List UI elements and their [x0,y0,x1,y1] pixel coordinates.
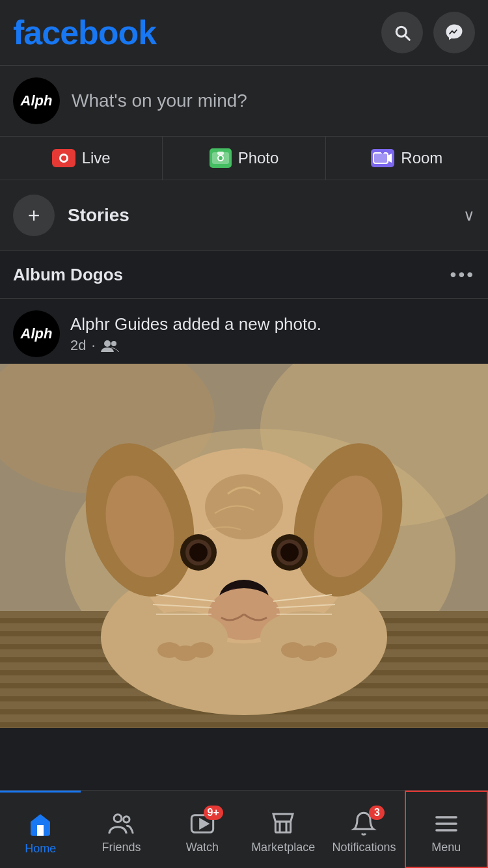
post-author-name: Alphr Guides added a new photo. [70,314,321,334]
svg-point-42 [280,543,299,562]
home-icon [27,812,53,838]
svg-point-41 [189,543,208,562]
nav-watch[interactable]: 9+ Watch [162,791,243,868]
marketplace-icon-wrapper [269,809,297,838]
photo-button[interactable]: Photo [163,137,325,180]
notifications-badge: 3 [369,806,385,820]
nav-friends[interactable]: Friends [81,791,161,868]
watch-icon-wrapper: 9+ [188,809,217,838]
live-button[interactable]: Live [0,137,163,180]
friends-nav-icon-wrapper [107,809,135,838]
live-icon [52,149,75,167]
stories-section[interactable]: + Stories ∨ [0,180,488,251]
post-action-text: added a new photo. [168,314,321,334]
svg-point-2 [61,156,66,161]
stories-left: + Stories [13,195,129,236]
svg-rect-64 [275,822,290,833]
watch-label: Watch [186,841,219,854]
notifications-icon-wrapper: 3 [349,809,378,838]
add-story-button[interactable]: + [13,195,55,236]
facebook-logo: facebook [13,16,156,49]
friends-icon [101,339,119,352]
status-bar[interactable]: Alph What's on your mind? [0,66,488,137]
album-title: Album Dogos [13,265,123,285]
header-icons [381,12,475,53]
post-image [0,364,488,728]
live-label: Live [82,149,111,167]
room-button[interactable]: Room [326,137,488,180]
more-options-button[interactable]: ••• [450,264,475,285]
svg-point-12 [104,340,111,347]
bottom-nav: Home Friends 9+ Watch [0,790,488,868]
svg-point-13 [111,341,116,346]
svg-point-6 [219,156,223,160]
post-time: 2d [70,337,86,354]
photo-label: Photo [238,149,279,167]
notifications-label: Notifications [332,841,396,854]
album-section: Album Dogos ••• [0,251,488,299]
svg-point-50 [190,642,213,658]
svg-point-60 [115,815,122,822]
avatar-text: Alph [21,92,53,109]
svg-rect-7 [217,152,224,155]
chevron-down-icon: ∨ [463,206,475,224]
post-avatar-text: Alph [21,325,53,342]
nav-notifications[interactable]: 3 Notifications [323,791,404,868]
app-header: facebook [0,0,488,66]
post-author-avatar: Alph [13,310,60,357]
friends-label: Friends [102,841,141,854]
friends-nav-icon [108,811,134,837]
user-avatar: Alph [13,77,60,124]
status-input[interactable]: What's on your mind? [72,90,247,111]
marketplace-icon [270,811,296,837]
dot-separator: · [91,337,95,354]
post-header: Alph Alphr Guides added a new photo. 2d … [0,299,488,364]
nav-home[interactable]: Home [0,791,81,868]
photo-icon [210,148,232,168]
room-label: Room [401,149,442,167]
svg-rect-9 [373,153,388,163]
room-icon [371,149,394,167]
stories-label: Stories [68,205,129,226]
search-icon [392,23,412,42]
messenger-button[interactable] [433,12,475,53]
svg-marker-63 [200,819,208,828]
home-icon-wrapper [26,811,55,839]
svg-point-53 [314,642,337,658]
search-button[interactable] [381,12,423,53]
nav-menu[interactable]: Menu [405,791,488,868]
watch-badge: 9+ [204,806,223,820]
post-info: Alphr Guides added a new photo. 2d · [70,314,321,354]
author-name-text: Alphr Guides [70,314,168,334]
home-label: Home [25,842,56,856]
menu-label: Menu [431,841,461,854]
post-meta: 2d · [70,337,321,354]
menu-icon-wrapper [432,809,461,838]
nav-marketplace[interactable]: Marketplace [243,791,323,868]
marketplace-label: Marketplace [251,841,315,854]
messenger-icon [444,23,464,42]
post-image-wrapper [0,364,488,728]
svg-point-61 [124,817,129,822]
action-bar: Live Photo Room [0,137,488,180]
menu-icon [433,811,459,837]
